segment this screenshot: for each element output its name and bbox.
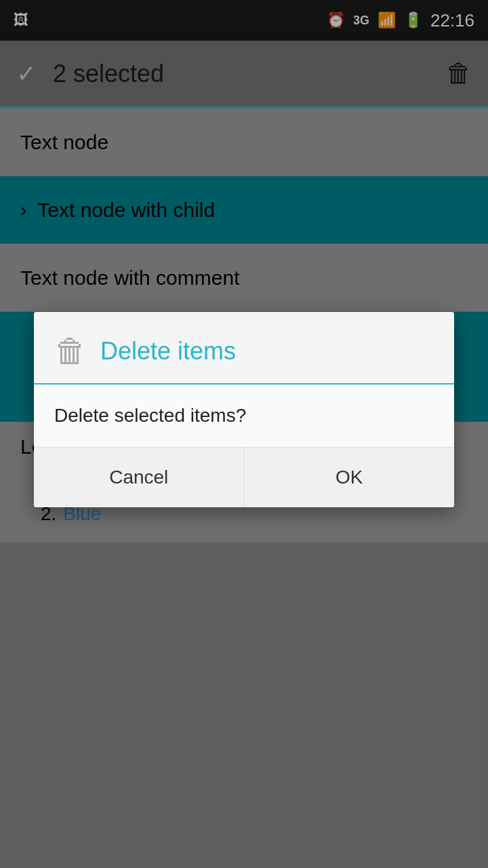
dialog-buttons: Cancel OK <box>34 447 454 507</box>
dialog-header: 🗑 Delete items <box>34 312 454 384</box>
delete-dialog: 🗑 Delete items Delete selected items? Ca… <box>34 312 454 507</box>
dialog-body: Delete selected items? <box>34 384 454 447</box>
dialog-title: Delete items <box>100 337 236 366</box>
ok-button[interactable]: OK <box>245 448 455 507</box>
dialog-overlay: 🗑 Delete items Delete selected items? Ca… <box>0 0 488 868</box>
dialog-message: Delete selected items? <box>54 405 246 426</box>
dialog-trash-icon: 🗑 <box>54 332 87 370</box>
cancel-button[interactable]: Cancel <box>34 448 245 507</box>
